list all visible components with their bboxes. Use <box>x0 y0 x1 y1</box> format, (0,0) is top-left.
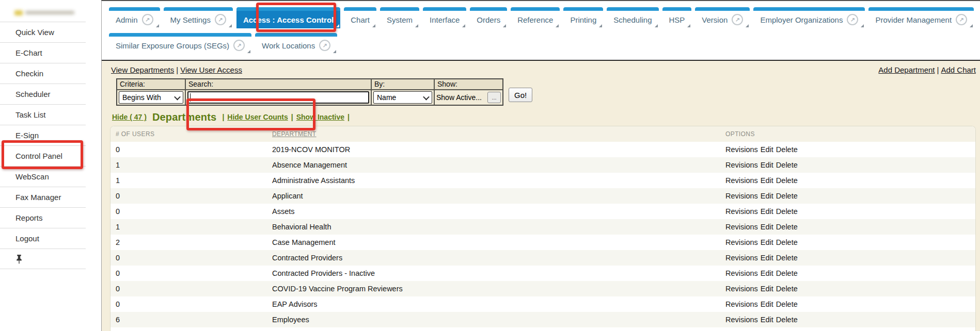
tab-hsp[interactable]: HSP <box>662 7 692 28</box>
edit-link[interactable]: Edit <box>761 254 773 262</box>
delete-link[interactable]: Delete <box>776 192 798 200</box>
hide-count-link[interactable]: Hide ( 47 ) <box>112 113 147 121</box>
main-frame: Admin↗My Settings↗Access : Access Contro… <box>101 0 980 331</box>
external-link-icon[interactable]: ↗ <box>233 40 245 51</box>
view-links: View Departments|View User Access <box>111 65 242 75</box>
sidebar-item-fax-manager[interactable]: Fax Manager <box>0 187 86 208</box>
toolbar: View Departments|View User Access Add De… <box>110 65 977 75</box>
tab-system[interactable]: System <box>380 7 419 28</box>
revisions-link[interactable]: Revisions <box>725 176 758 185</box>
tab-my-settings[interactable]: My Settings↗ <box>164 7 233 28</box>
sidebar-item-webscan[interactable]: WebScan <box>0 167 86 187</box>
revisions-link[interactable]: Revisions <box>725 145 758 154</box>
tab-label: Similar Exposure Groups (SEGs) <box>116 41 229 50</box>
options-column-header: OPTIONS <box>720 130 975 138</box>
edit-link[interactable]: Edit <box>761 285 773 293</box>
delete-link[interactable]: Delete <box>776 300 798 308</box>
tab-label: Work Locations <box>262 41 315 50</box>
tab-work-locations[interactable]: Work Locations↗ <box>255 33 337 54</box>
tab-label: Scheduling <box>613 15 652 24</box>
hide-user-counts-link[interactable]: Hide User Counts <box>227 113 288 121</box>
delete-link[interactable]: Delete <box>776 254 798 262</box>
external-link-icon[interactable]: ↗ <box>215 14 226 25</box>
tab-chart[interactable]: Chart <box>344 7 376 28</box>
external-link-icon[interactable]: ↗ <box>956 14 967 25</box>
edit-link[interactable]: Edit <box>761 161 773 169</box>
revisions-link[interactable]: Revisions <box>725 269 758 277</box>
tab-scheduling[interactable]: Scheduling <box>607 7 658 28</box>
external-link-icon[interactable]: ↗ <box>142 14 153 25</box>
edit-link[interactable]: Edit <box>761 300 773 308</box>
delete-link[interactable]: Delete <box>776 223 798 231</box>
tab-version[interactable]: Version↗ <box>695 7 750 28</box>
sidebar-item-e-sign[interactable]: E-Sign <box>0 125 86 146</box>
by-select[interactable]: Name <box>373 91 432 104</box>
delete-link[interactable]: Delete <box>776 176 798 185</box>
delete-link[interactable]: Delete <box>776 145 798 154</box>
sidebar-item-logout[interactable]: Logout <box>0 228 86 249</box>
revisions-link[interactable]: Revisions <box>725 223 758 231</box>
tab-admin[interactable]: Admin↗ <box>109 7 160 28</box>
tab-provider-management[interactable]: Provider Management↗ <box>868 7 974 28</box>
revisions-link[interactable]: Revisions <box>725 192 758 200</box>
options-cell: RevisionsEditDelete <box>720 238 975 246</box>
criteria-select[interactable]: Begins With <box>119 91 183 104</box>
sidebar-item-quick-view[interactable]: Quick View <box>0 22 86 43</box>
table-row: 1Behavioral HealthRevisionsEditDelete <box>110 219 975 235</box>
show-inactive-link[interactable]: Show Inactive <box>296 113 344 121</box>
tab-orders[interactable]: Orders <box>470 7 507 28</box>
edit-link[interactable]: Edit <box>761 192 773 200</box>
revisions-link[interactable]: Revisions <box>725 207 758 216</box>
sidebar-item-task-list[interactable]: Task List <box>0 105 86 125</box>
show-more-button[interactable]: ... <box>487 92 501 103</box>
sidebar-item-e-chart[interactable]: E-Chart <box>0 43 86 63</box>
revisions-link[interactable]: Revisions <box>725 238 758 246</box>
tab-label: Reference <box>517 15 553 24</box>
delete-link[interactable]: Delete <box>776 285 798 293</box>
tab-similar-exposure-groups-segs[interactable]: Similar Exposure Groups (SEGs)↗ <box>109 33 251 54</box>
sidebar-item-checkin[interactable]: Checkin <box>0 63 86 84</box>
search-input[interactable] <box>187 91 369 104</box>
tab-printing[interactable]: Printing <box>563 7 603 28</box>
table-row: 1Administrative AssistantsRevisionsEditD… <box>110 173 975 188</box>
view-departments-link[interactable]: View Departments <box>111 65 174 74</box>
edit-link[interactable]: Edit <box>761 316 773 324</box>
tab-reference[interactable]: Reference <box>511 7 560 28</box>
department-column-header[interactable]: DEPARTMENT <box>272 130 317 138</box>
blurred-logo <box>14 9 74 16</box>
go-button[interactable]: Go! <box>509 88 532 102</box>
edit-link[interactable]: Edit <box>761 145 773 154</box>
tab-employer-organizations[interactable]: Employer Organizations↗ <box>753 7 865 28</box>
external-link-icon[interactable]: ↗ <box>319 40 330 51</box>
options-cell: RevisionsEditDelete <box>720 176 975 185</box>
external-link-icon[interactable]: ↗ <box>847 14 858 25</box>
sidebar-item-control-panel[interactable]: Control Panel <box>0 146 86 167</box>
edit-link[interactable]: Edit <box>761 207 773 216</box>
view-user-access-link[interactable]: View User Access <box>180 65 242 74</box>
sidebar-item-reports[interactable]: Reports <box>0 208 86 228</box>
delete-link[interactable]: Delete <box>776 161 798 169</box>
by-select-value: Name <box>377 93 396 102</box>
add-department-link[interactable]: Add Department <box>878 65 935 74</box>
revisions-link[interactable]: Revisions <box>725 316 758 324</box>
edit-link[interactable]: Edit <box>761 238 773 246</box>
edit-link[interactable]: Edit <box>761 176 773 185</box>
tab-row-2: Similar Exposure Groups (SEGs)↗Work Loca… <box>109 33 980 54</box>
edit-link[interactable]: Edit <box>761 223 773 231</box>
delete-link[interactable]: Delete <box>776 207 798 216</box>
sidebar-item-scheduler[interactable]: Scheduler <box>0 84 86 105</box>
delete-link[interactable]: Delete <box>776 238 798 246</box>
add-chart-link[interactable]: Add Chart <box>941 65 976 74</box>
revisions-link[interactable]: Revisions <box>725 161 758 169</box>
delete-link[interactable]: Delete <box>776 316 798 324</box>
revisions-link[interactable]: Revisions <box>725 300 758 308</box>
pushpin-icon[interactable] <box>15 254 23 264</box>
external-link-icon[interactable]: ↗ <box>732 14 743 25</box>
tab-interface[interactable]: Interface <box>423 7 466 28</box>
user-count-cell: 0 <box>110 254 267 262</box>
tab-access-access-control[interactable]: Access : Access Control <box>236 7 340 28</box>
revisions-link[interactable]: Revisions <box>725 285 758 293</box>
revisions-link[interactable]: Revisions <box>725 254 758 262</box>
delete-link[interactable]: Delete <box>776 269 798 277</box>
edit-link[interactable]: Edit <box>761 269 773 277</box>
